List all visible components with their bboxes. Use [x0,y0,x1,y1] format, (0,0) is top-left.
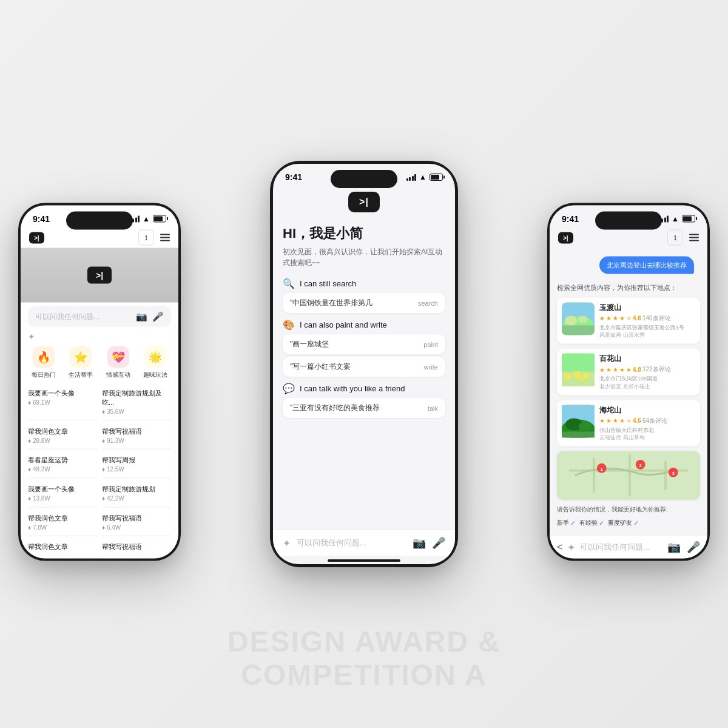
map-container: 1 2 3 [557,451,700,500]
example-paint-text: "画一座城堡 [290,339,419,349]
svg-rect-19 [629,454,631,496]
grid-item[interactable]: 帮我定制旅游规划及吃... ♦ 35.6W [102,385,171,421]
grid-item[interactable]: 帮我润色文章 [28,539,97,559]
grid-item[interactable]: 我要画一个头像 ♦ 69.1W [28,385,97,421]
category-tabs-left: 🔥 每日热门 ⭐ 生活帮手 💝 情感互动 🌟 趣味玩法 [21,346,178,379]
grid-item[interactable]: 帮我写周报 ♦ 12.5W [102,452,171,479]
mic-icon-center[interactable]: 🎤 [432,536,445,550]
place-thumb-3 [562,405,595,437]
feature-paint: 🎨 I can also paint and write "画一座城堡 pain… [283,319,445,377]
icon-num-left[interactable]: 1 [138,230,154,246]
camera-icon-right[interactable]: 📷 [667,541,681,554]
grid-item[interactable]: 看看星座运势 ♦ 48.3W [28,452,97,479]
cat-fun[interactable]: 🌟 趣味玩法 [140,346,172,379]
app-logo-left[interactable]: >| [29,232,44,243]
search-placeholder-left: 可以问我任何问题... [35,311,99,322]
battery-center [430,174,443,181]
input-bar-right: < ✦ 可以问我任何问题... 📷 🎤 [550,535,707,559]
level-hardcore[interactable]: 重度驴友 ✓ [608,519,639,527]
content-grid-left: 我要画一个头像 ♦ 69.1W 帮我定制旅游规划及吃... ♦ 35.6W 帮我… [21,385,178,559]
status-icons-center: ▲ [406,173,443,181]
stars-1: ★★★★★ 4.6 140条评论 [599,314,695,322]
example-write-tag: write [424,363,438,371]
camera-icon-center[interactable]: 📷 [413,536,426,550]
mic-icon-right[interactable]: 🎤 [687,541,700,554]
phone-right-screen: 9:41 ▲ >| 1 [550,206,707,559]
svg-point-9 [583,373,589,379]
grid-item[interactable]: 我要画一个头像 ♦ 13.8W [28,480,97,507]
notch-right [595,212,662,230]
grid-item[interactable]: 帮我润色文章 ♦ 28.8W [28,423,97,450]
chat-area-center: HI，我是小简 初次见面，很高兴认识你，让我们开始探索AI互动 式搜索吧~~ 🔍… [273,217,455,530]
user-bubble-area: 北京周边登山去哪比较推荐 [550,248,707,280]
svg-text:3: 3 [672,471,675,476]
system-response: 检索全网优质内容，为你推荐以下地点： [550,280,707,295]
place-tags-3: 云端徒径 高山草甸 [599,434,695,442]
watermark: DESIGN AWARD &COMPETITION A [228,625,500,692]
home-indicator-center [328,559,400,562]
grid-item[interactable]: 帮我写祝福语 ♦ 6.4W [102,510,171,536]
svg-rect-15 [562,431,595,437]
place-name-1: 玉渡山 [599,302,695,312]
camera-icon-left[interactable]: 📷 [136,311,147,322]
search-icons-left: 📷 🎤 [136,311,164,322]
example-search-text: "中国钢铁量在世界排第几 [290,298,413,308]
right-content: 9:41 ▲ >| 1 [550,206,707,559]
cat-life-icon: ⭐ [70,346,92,368]
example-talk[interactable]: "三亚有没有好吃的美食推荐 talk [283,398,445,418]
hamburger-icon-left[interactable] [160,234,170,241]
grid-item[interactable]: 帮我写祝福语 [102,539,171,559]
cat-life[interactable]: ⭐ 生活帮手 [66,346,97,379]
cat-emotion[interactable]: 💝 情感互动 [103,346,134,379]
place-card-1[interactable]: 玉渡山 ★★★★★ 4.6 140条评论 北京市延庆区张家营镇玉海公路1号 风景… [557,297,700,344]
svg-point-14 [579,422,591,430]
signal-center [406,174,417,181]
feature-talk: 💬 I can talk with you like a friend "三亚有… [283,383,445,418]
place-thumb-1 [562,302,595,335]
stars-3: ★★★★★ 4.6 64条评论 [599,416,695,425]
icon-num-right[interactable]: 1 [667,230,683,246]
cat-emotion-icon: 💝 [107,346,129,368]
search-bar-left[interactable]: 可以问我任何问题... 📷 🎤 [28,306,171,327]
mic-icon-left[interactable]: 🎤 [152,311,164,322]
time-center: 9:41 [285,172,302,182]
time-right: 9:41 [562,214,579,224]
feature-search: 🔍 I can still search "中国钢铁量在世界排第几 search [283,278,445,313]
sparkle-left: ✦ [28,332,171,342]
place-addr-2: 北京市门头沟区109国道 [599,375,695,383]
place-tags-2: 老少皆宜 京郊小瑞士 [599,382,695,390]
place-thumb-2 [562,354,595,386]
example-write[interactable]: "写一篇小红书文案 write [283,357,445,377]
search-icon-center: 🔍 [283,278,295,289]
place-name-2: 百花山 [599,354,695,364]
level-beginner[interactable]: 新手 ✓ [557,519,576,527]
feature-paint-label: 🎨 I can also paint and write [283,319,445,331]
app-logo-right[interactable]: >| [558,232,573,243]
cat-hot[interactable]: 🔥 每日热门 [28,346,59,379]
level-tags: 新手 ✓ 有经验 ✓ 重度驴友 ✓ [550,516,707,530]
grid-item[interactable]: 帮我定制旅游规划 ♦ 42.2W [102,480,171,507]
phone-center: 9:41 ▲ >| HI，我是小简 初次见面，很高兴认识你，让我们开 [270,161,458,567]
notch-center [331,170,397,188]
banner-left: >| [21,248,178,303]
example-paint-tag: paint [423,341,438,348]
example-talk-tag: talk [428,405,438,412]
cat-fun-label: 趣味玩法 [143,371,167,379]
main-logo[interactable]: >| [348,192,380,212]
example-search[interactable]: "中国钢铁量在世界排第几 search [283,293,445,313]
banner-logo: >| [87,267,112,284]
place-card-2[interactable]: 百花山 ★★★★★ 4.8 122条评论 北京市门头沟区109国道 老少皆宜 京… [557,349,700,396]
grid-item[interactable]: 帮我写祝福语 ♦ 91.3W [102,423,171,450]
hamburger-icon-right[interactable] [689,234,699,241]
back-arrow-right[interactable]: < [557,542,562,553]
cat-life-label: 生活帮手 [69,371,93,379]
sparkle-center: ✦ [283,538,291,549]
notch-left [66,212,133,230]
level-experienced[interactable]: 有经验 ✓ [579,519,604,527]
grid-item[interactable]: 帮我润色文章 ♦ 7.8W [28,510,97,536]
left-content: 9:41 ▲ >| 1 [21,206,178,559]
place-info-2: 百花山 ★★★★★ 4.8 122条评论 北京市门头沟区109国道 老少皆宜 京… [599,354,695,391]
place-tags-1: 风景如画 山清水秀 [599,331,695,339]
example-paint[interactable]: "画一座城堡 paint [283,334,445,354]
place-card-3[interactable]: 海坨山 ★★★★★ 4.6 64条评论 张山营镇大庄科村东北 云端徒径 高山草甸 [557,400,700,447]
